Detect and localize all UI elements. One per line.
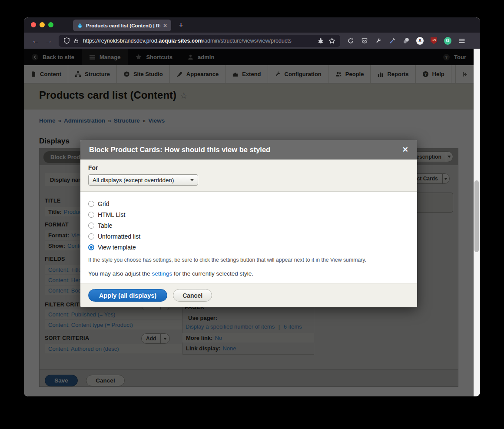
dialog-title: Block Product Cards: How should this vie…	[89, 146, 270, 154]
settings-link[interactable]: settings	[152, 270, 172, 277]
style-option[interactable]: Grid	[88, 198, 409, 209]
chevron-down-icon	[190, 179, 194, 181]
url-text: https://reynoldsbrandsdev.prod.acquia-si…	[83, 38, 292, 44]
radio-icon[interactable]	[88, 201, 94, 207]
style-option[interactable]: HTML List	[88, 209, 409, 220]
radio-icon[interactable]	[88, 223, 94, 229]
tab-title: Products card list (Content) | Re	[86, 23, 160, 28]
scrollbar-track[interactable]	[474, 49, 480, 396]
browser-tab-bar: Products card list (Content) | Re ✕ +	[24, 17, 480, 33]
drupal-favicon-icon	[77, 23, 83, 29]
dialog-titlebar[interactable]: Block Product Cards: How should this vie…	[80, 140, 417, 160]
forward-button[interactable]: →	[42, 37, 55, 45]
dialog-footer: Apply (all displays) Cancel	[80, 283, 417, 307]
close-window-button[interactable]	[31, 22, 36, 27]
style-option[interactable]: View template	[88, 242, 409, 253]
new-tab-button[interactable]: +	[175, 19, 187, 31]
extension-bug-icon[interactable]	[317, 37, 324, 44]
wrench-icon[interactable]	[375, 37, 382, 44]
extension-blob-icon[interactable]	[402, 37, 410, 44]
style-options: Grid HTML List Table Unformatted list Vi…	[88, 198, 409, 253]
adjust-settings-text: You may also adjust the settings for the…	[88, 270, 409, 277]
style-help-text: If the style you choose has settings, be…	[88, 257, 409, 263]
browser-tab[interactable]: Products card list (Content) | Re ✕	[73, 20, 171, 31]
ublock-icon[interactable]: uO	[430, 37, 438, 44]
tracking-protection-shield-icon[interactable]	[63, 37, 70, 44]
style-dialog: Block Product Cards: How should this vie…	[80, 140, 417, 307]
tab-close-icon[interactable]: ✕	[163, 23, 167, 29]
url-field[interactable]: https://reynoldsbrandsdev.prod.acquia-si…	[59, 35, 340, 47]
lock-icon[interactable]	[73, 38, 79, 44]
dialog-cancel-button[interactable]: Cancel	[173, 289, 212, 302]
browser-url-bar: ← → https://reynoldsbrandsdev.prod.acqui…	[24, 33, 480, 49]
dialog-body: Grid HTML List Table Unformatted list Vi…	[80, 192, 417, 283]
dialog-close-icon[interactable]: ✕	[402, 145, 408, 154]
eyedropper-icon[interactable]	[388, 37, 396, 44]
style-option[interactable]: Unformatted list	[88, 231, 409, 242]
for-section: For All displays (except overridden)	[80, 160, 417, 192]
radio-icon[interactable]	[88, 244, 94, 250]
radio-icon[interactable]	[88, 212, 94, 218]
browser-window: Products card list (Content) | Re ✕ + ← …	[24, 17, 480, 396]
scrollbar-thumb[interactable]	[474, 180, 479, 252]
radio-icon[interactable]	[88, 233, 94, 239]
style-option[interactable]: Table	[88, 220, 409, 231]
bookmark-star-icon[interactable]	[328, 37, 335, 44]
page-viewport: Back to site Manage Shortcuts admin	[24, 49, 474, 396]
menu-icon[interactable]	[458, 37, 465, 44]
zoom-window-button[interactable]	[48, 22, 53, 27]
for-label: For	[88, 164, 409, 171]
reload-icon[interactable]	[347, 37, 354, 44]
apply-button[interactable]: Apply (all displays)	[88, 289, 167, 302]
account-extension-icon[interactable]: A	[416, 37, 424, 44]
pocket-icon[interactable]	[361, 37, 368, 44]
grammarly-icon[interactable]: G	[444, 37, 451, 44]
back-button[interactable]: ←	[29, 37, 42, 45]
for-displays-select[interactable]: All displays (except overridden)	[88, 174, 198, 186]
minimize-window-button[interactable]	[40, 22, 45, 27]
